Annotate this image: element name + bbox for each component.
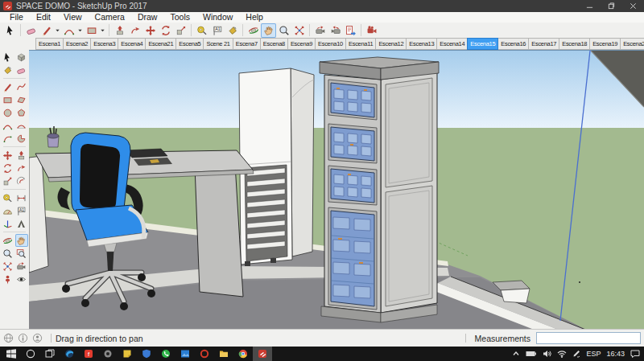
scene-tab-escena7[interactable]: Escena7 <box>233 38 261 50</box>
geolocation-icon[interactable] <box>3 333 14 343</box>
scene-tab-scene-21[interactable]: Scene 21 <box>203 38 233 50</box>
previous-view-button[interactable] <box>312 23 328 38</box>
push-pull-tool-button[interactable] <box>112 23 127 38</box>
firefox-icon[interactable]: f <box>79 347 98 361</box>
start-button[interactable] <box>2 347 21 361</box>
text-tool-button[interactable] <box>209 23 225 38</box>
drawing-area[interactable] <box>29 50 644 329</box>
menu-window[interactable]: Window <box>196 12 239 23</box>
menu-draw[interactable]: Draw <box>131 12 164 23</box>
scene-tab-escena9[interactable]: Escena9 <box>287 38 316 50</box>
sketchup-taskbar-icon[interactable] <box>253 347 272 361</box>
select-tool-button[interactable] <box>2 23 18 38</box>
defender-icon[interactable] <box>137 347 156 361</box>
menu-file[interactable]: File <box>3 12 30 23</box>
scene-tab-escena8[interactable]: Escena8 <box>260 38 288 50</box>
action-center-icon[interactable] <box>630 350 640 358</box>
scene-tab-escena15[interactable]: Escena15 <box>467 38 498 50</box>
palette-rectangle-tool[interactable] <box>2 93 14 106</box>
move-tool-button[interactable] <box>142 23 158 38</box>
scene-tab-escena1[interactable]: Escena1 <box>35 38 64 50</box>
palette-eraser-tool[interactable] <box>15 64 28 76</box>
menu-help[interactable]: Help <box>239 12 270 23</box>
palette-pie-tool[interactable] <box>15 132 28 145</box>
magnifier-app-icon[interactable] <box>98 347 118 361</box>
zoom-tool-button[interactable] <box>276 23 291 38</box>
rectangle-tool-dropdown[interactable] <box>99 23 106 38</box>
close-button[interactable] <box>622 0 644 12</box>
battery-icon[interactable] <box>526 350 537 358</box>
paint-bucket-tool-button[interactable] <box>225 23 240 38</box>
follow-me-tool-button[interactable] <box>127 23 142 38</box>
arc-tool-button[interactable] <box>61 23 76 38</box>
scene-tab-escena19[interactable]: Escena19 <box>589 38 621 50</box>
ink-workspace-icon[interactable] <box>572 350 580 358</box>
scene-tab-escena4[interactable]: Escena4 <box>118 38 146 50</box>
next-view-button[interactable] <box>328 23 343 38</box>
scene-tab-escena2[interactable]: Escena2 <box>63 38 91 50</box>
file-explorer-icon[interactable] <box>214 347 233 361</box>
palette-move-tool[interactable] <box>2 149 14 162</box>
palette-tape-measure-tool[interactable] <box>2 191 14 204</box>
clock[interactable]: 16:43 <box>606 350 625 358</box>
measurements-input[interactable] <box>536 332 641 344</box>
palette-three-point-arc-tool[interactable] <box>2 132 14 145</box>
scene-tab-escena12[interactable]: Escena12 <box>375 38 407 50</box>
scene-tab-escena16[interactable]: Escena16 <box>497 38 529 50</box>
language-indicator[interactable]: ESP <box>586 350 601 358</box>
credits-icon[interactable] <box>18 333 28 343</box>
minimize-button[interactable] <box>579 0 601 12</box>
chevron-up-icon[interactable] <box>512 350 520 358</box>
line-tool-dropdown[interactable] <box>54 23 61 38</box>
palette-3d-text-tool[interactable] <box>15 217 28 230</box>
scene-tab-escena5[interactable]: Escena5 <box>175 38 204 50</box>
task-view-icon[interactable] <box>40 347 60 361</box>
wifi-icon[interactable] <box>557 350 567 358</box>
palette-position-camera-tool[interactable] <box>2 273 14 285</box>
scene-tab-escena21[interactable]: Escena21 <box>145 38 176 50</box>
palette-look-around-tool[interactable] <box>15 273 28 285</box>
rotate-tool-button[interactable] <box>158 23 173 38</box>
palette-push-pull-tool[interactable] <box>15 149 28 162</box>
scene-tab-escena11[interactable]: Escena11 <box>345 38 376 50</box>
palette-scale-tool[interactable] <box>2 174 14 187</box>
scene-tab-escena3[interactable]: Escena3 <box>90 38 118 50</box>
menu-edit[interactable]: Edit <box>30 12 57 23</box>
palette-line-tool[interactable] <box>2 80 14 93</box>
palette-follow-me-tool[interactable] <box>15 162 28 174</box>
palette-zoom-window-tool[interactable] <box>15 247 28 260</box>
orbit-tool-button[interactable] <box>246 23 261 38</box>
palette-polygon-tool[interactable] <box>15 106 28 119</box>
rectangle-tool-button[interactable] <box>84 23 99 38</box>
photos-icon[interactable] <box>175 347 195 361</box>
palette-pan-tool[interactable] <box>15 234 28 247</box>
menu-camera[interactable]: Camera <box>89 12 131 23</box>
sticky-notes-icon[interactable] <box>118 347 137 361</box>
scene-tab-escena20[interactable]: Escena20 <box>620 38 644 50</box>
line-tool-button[interactable] <box>39 23 54 38</box>
scene-tab-escena13[interactable]: Escena13 <box>406 38 437 50</box>
cortana-icon[interactable] <box>21 347 40 361</box>
restore-button[interactable] <box>601 0 622 12</box>
opera-icon[interactable] <box>195 347 214 361</box>
sign-in-icon[interactable] <box>32 333 43 343</box>
scene-tab-escena10[interactable]: Escena10 <box>315 38 346 50</box>
palette-circle-tool[interactable] <box>2 106 14 119</box>
palette-offset-tool[interactable] <box>15 174 28 187</box>
scene-tab-escena18[interactable]: Escena18 <box>559 38 590 50</box>
position-camera-button[interactable] <box>364 23 379 38</box>
eraser-tool-button[interactable] <box>23 23 39 38</box>
palette-paint-bucket-tool[interactable] <box>2 64 14 76</box>
menu-tools[interactable]: Tools <box>163 12 196 23</box>
palette-make-component-tool[interactable] <box>15 51 28 64</box>
scene-tab-escena17[interactable]: Escena17 <box>528 38 559 50</box>
palette-rotated-rectangle-tool[interactable] <box>15 93 28 106</box>
palette-dimensions-tool[interactable] <box>15 191 28 204</box>
chrome-icon[interactable] <box>233 347 253 361</box>
volume-icon[interactable] <box>543 350 551 358</box>
palette-arc-tool[interactable] <box>2 119 14 132</box>
pan-tool-button[interactable] <box>261 23 276 38</box>
scale-tool-button[interactable] <box>173 23 188 38</box>
send-to-layout-button[interactable] <box>343 23 358 38</box>
scene-tab-escena14[interactable]: Escena14 <box>436 38 468 50</box>
